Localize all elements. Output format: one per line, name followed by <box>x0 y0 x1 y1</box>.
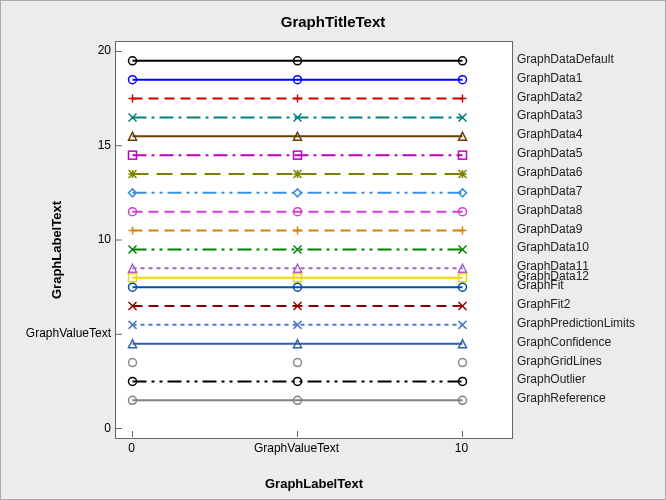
x-tick-label: 10 <box>455 441 468 455</box>
y-tick-label: 10 <box>98 232 111 246</box>
svg-point-35 <box>129 359 137 367</box>
x-tick-label: GraphValueText <box>254 441 339 455</box>
y-tick-label: 15 <box>98 138 111 152</box>
series-label: GraphData7 <box>517 184 582 198</box>
x-axis-label: GraphLabelText <box>115 476 513 491</box>
plot-area <box>115 41 513 439</box>
series-label: GraphConfidence <box>517 335 611 349</box>
series-label: GraphData2 <box>517 90 582 104</box>
series-label: GraphData1 <box>517 71 582 85</box>
series-label: GraphPredictionLimits <box>517 316 635 330</box>
y-tick-label: GraphValueText <box>26 326 111 340</box>
svg-point-36 <box>294 359 302 367</box>
series-label: GraphOutlier <box>517 372 586 386</box>
svg-point-37 <box>459 359 467 367</box>
x-tick-label: 0 <box>128 441 135 455</box>
series-label: GraphReference <box>517 391 606 405</box>
y-tick-label: 0 <box>104 421 111 435</box>
series-label: GraphData5 <box>517 146 582 160</box>
series-label: GraphDataDefault <box>517 52 614 66</box>
series-label: GraphData10 <box>517 240 589 254</box>
chart-container: GraphTitleText GraphLabelText GraphLabel… <box>0 0 666 500</box>
chart-title: GraphTitleText <box>1 13 665 30</box>
series-label: GraphData8 <box>517 203 582 217</box>
plot-svg <box>116 42 512 438</box>
y-axis-label: GraphLabelText <box>49 201 64 299</box>
series-label: GraphGridLines <box>517 354 602 368</box>
series-label: GraphFit <box>517 278 564 292</box>
series-label: GraphData9 <box>517 222 582 236</box>
series-label: GraphFit2 <box>517 297 570 311</box>
series-label: GraphData4 <box>517 127 582 141</box>
y-tick-label: 20 <box>98 43 111 57</box>
series-label: GraphData3 <box>517 108 582 122</box>
series-label: GraphData6 <box>517 165 582 179</box>
